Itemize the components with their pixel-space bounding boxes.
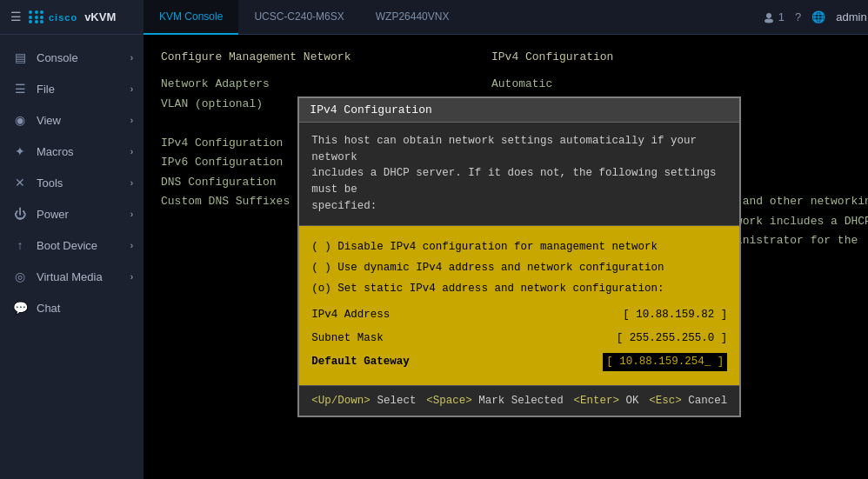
default-gateway-label: Default Gateway — [311, 353, 410, 371]
updown-action: Select — [377, 395, 416, 407]
sidebar: ☰ cisco vKVM ▤ Console › ☰ File › ◉ View… — [0, 0, 144, 479]
sidebar-item-label: File — [37, 83, 55, 96]
sidebar-item-boot-device[interactable]: ↑ Boot Device › — [0, 230, 144, 261]
tab-kvm-console[interactable]: KVM Console — [144, 0, 238, 35]
footer-enter: <Enter> OK — [573, 395, 638, 407]
field-default-gateway: Default Gateway [ 10.88.159.254_ ] — [311, 353, 727, 371]
file-icon: ☰ — [12, 82, 28, 96]
default-gateway-value[interactable]: [ 10.88.159.254_ ] — [603, 353, 727, 371]
user-label: admin — [836, 10, 866, 23]
chevron-right-icon: › — [130, 53, 133, 63]
hamburger-icon[interactable]: ☰ — [10, 10, 22, 24]
modal-description: This host can obtain network settings au… — [299, 123, 739, 226]
sidebar-item-file[interactable]: ☰ File › — [0, 73, 144, 104]
sidebar-item-label: Boot Device — [37, 239, 97, 252]
modal-body: ( ) Disable IPv4 configuration for manag… — [299, 226, 739, 386]
sidebar-item-label: Chat — [37, 302, 60, 315]
sidebar-nav: ▤ Console › ☰ File › ◉ View › ✦ Macros ›… — [0, 35, 144, 479]
chevron-right-icon: › — [130, 272, 133, 282]
sidebar-item-virtual-media[interactable]: ◎ Virtual Media › — [0, 261, 144, 292]
sidebar-item-console[interactable]: ▤ Console › — [0, 42, 144, 73]
left-line-1: Network Adapters — [161, 76, 491, 93]
left-panel-header: Configure Management Network — [161, 50, 491, 63]
field-subnet-mask: Subnet Mask [ 255.255.255.0 ] — [311, 329, 727, 348]
radio-option-1[interactable]: ( ) Disable IPv4 configuration for manag… — [311, 238, 727, 256]
user-count-badge: 1 — [763, 10, 785, 23]
sidebar-item-macros[interactable]: ✦ Macros › — [0, 136, 144, 167]
chevron-right-icon: › — [130, 84, 133, 94]
chevron-right-icon: › — [130, 147, 133, 156]
sidebar-item-tools[interactable]: ✕ Tools › — [0, 167, 144, 198]
tools-icon: ✕ — [12, 176, 28, 190]
right-line-1: Automatic — [491, 76, 868, 93]
esc-key: <Esc> — [649, 395, 682, 407]
console-area: Configure Management Network Network Ada… — [144, 35, 868, 479]
ipv4-config-modal[interactable]: IPv4 Configuration This host can obtain … — [297, 96, 741, 418]
space-action: Mark Selected — [478, 395, 564, 407]
chevron-right-icon: › — [130, 241, 133, 250]
sidebar-item-label: View — [37, 114, 61, 127]
space-key: <Space> — [426, 395, 472, 407]
globe-icon[interactable]: 🌐 — [811, 10, 825, 23]
field-ipv4-address: IPv4 Address [ 10.88.159.82 ] — [311, 306, 727, 324]
modal-footer: <Up/Down> Select <Space> Mark Selected <… — [299, 385, 739, 416]
main-area: KVM Console UCSC-C240-M6SX WZP26440VNX 1… — [144, 0, 868, 479]
sidebar-header: ☰ cisco vKVM — [0, 0, 144, 35]
radio-option-2[interactable]: ( ) Use dynamic IPv4 address and network… — [311, 259, 727, 276]
updown-key: <Up/Down> — [311, 395, 371, 407]
enter-key: <Enter> — [573, 395, 619, 407]
chevron-right-icon: › — [130, 116, 133, 125]
footer-space: <Space> Mark Selected — [426, 395, 564, 407]
macros-icon: ✦ — [12, 144, 28, 158]
cisco-brand-text: cisco — [49, 12, 77, 23]
view-icon: ◉ — [12, 113, 28, 127]
cisco-logo: cisco — [29, 10, 77, 23]
help-icon[interactable]: ? — [795, 10, 801, 23]
sidebar-item-power[interactable]: ⏻ Power › — [0, 198, 144, 230]
topbar: KVM Console UCSC-C240-M6SX WZP26440VNX 1… — [144, 0, 868, 35]
boot-icon: ↑ — [12, 238, 28, 252]
modal-title: IPv4 Configuration — [299, 98, 739, 123]
right-panel-header: IPv4 Configuration — [491, 50, 868, 63]
power-icon: ⏻ — [12, 207, 28, 221]
tab-wzp[interactable]: WZP26440VNX — [360, 0, 465, 35]
sidebar-item-label: Power — [37, 208, 69, 221]
tab-ucsc[interactable]: UCSC-C240-M6SX — [238, 0, 359, 35]
esc-action: Cancel — [688, 395, 727, 407]
console-icon: ▤ — [12, 50, 28, 64]
enter-action: OK — [626, 395, 639, 407]
ipv4-address-label: IPv4 Address — [311, 306, 390, 324]
footer-esc: <Esc> Cancel — [649, 395, 727, 407]
app-title: vKVM — [84, 10, 116, 23]
radio-option-3[interactable]: (o) Set static IPv4 address and network … — [311, 280, 727, 297]
sidebar-item-label: Tools — [37, 176, 63, 190]
chevron-right-icon: › — [130, 210, 133, 219]
subnet-mask-label: Subnet Mask — [311, 329, 384, 348]
svg-point-0 — [766, 13, 771, 18]
topbar-right: 1 ? 🌐 admin ▾ — [763, 10, 868, 23]
chat-icon: 💬 — [12, 301, 28, 315]
sidebar-item-chat[interactable]: 💬 Chat — [0, 292, 144, 323]
sidebar-item-label: Macros — [37, 145, 74, 158]
ipv4-address-value[interactable]: [ 10.88.159.82 ] — [623, 306, 727, 324]
chevron-right-icon: › — [130, 178, 133, 188]
svg-point-1 — [765, 18, 773, 23]
cisco-icon — [29, 10, 44, 23]
virtual-media-icon: ◎ — [12, 269, 28, 283]
subnet-mask-value[interactable]: [ 255.255.255.0 ] — [617, 329, 728, 348]
sidebar-item-view[interactable]: ◉ View › — [0, 104, 144, 136]
sidebar-item-label: Console — [37, 51, 78, 64]
sidebar-item-label: Virtual Media — [37, 270, 103, 283]
footer-updown: <Up/Down> Select — [311, 395, 416, 407]
